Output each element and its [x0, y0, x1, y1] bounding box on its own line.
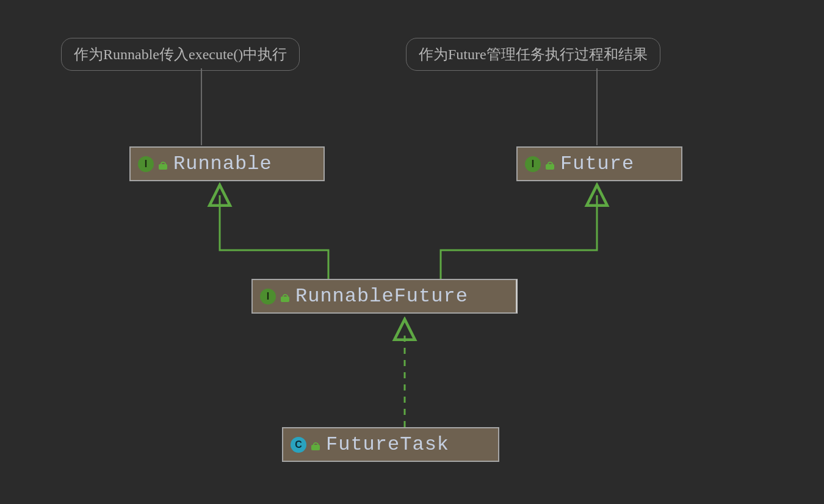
edge-runnablefuture-runnable [220, 195, 328, 279]
node-futuretask: C FutureTask [282, 427, 499, 462]
connector-svg [24, 12, 800, 494]
node-runnable: I Runnable [129, 146, 325, 181]
unlock-icon [311, 439, 320, 450]
unlock-icon [159, 159, 167, 170]
note-left: 作为Runnable传入execute()中执行 [61, 38, 300, 71]
class-name-label: Future [560, 153, 634, 175]
diagram-canvas: 作为Runnable传入execute()中执行 作为Future管理任务执行过… [24, 12, 800, 494]
unlock-icon [281, 291, 289, 302]
class-badge: C [291, 437, 306, 453]
interface-badge: I [138, 156, 154, 172]
interface-badge: I [525, 156, 541, 172]
node-future: I Future [516, 146, 682, 181]
class-name-label: Runnable [173, 153, 272, 175]
node-runnablefuture: I RunnableFuture [251, 279, 518, 314]
unlock-icon [546, 159, 554, 170]
class-name-label: FutureTask [326, 433, 449, 456]
note-right: 作为Future管理任务执行过程和结果 [406, 38, 660, 71]
edge-runnablefuture-future [441, 195, 597, 279]
interface-badge: I [260, 289, 276, 304]
class-name-label: RunnableFuture [295, 285, 468, 308]
